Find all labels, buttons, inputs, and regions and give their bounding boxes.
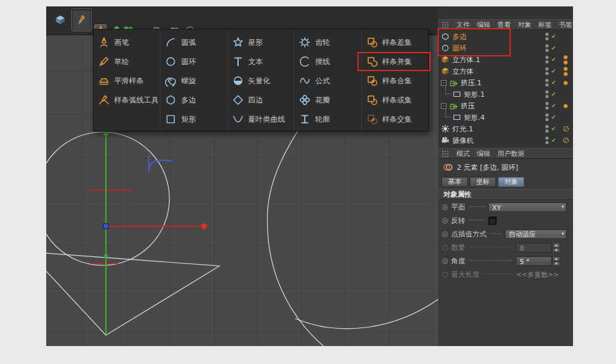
object-row-camera[interactable]: 摄像机: [438, 135, 573, 146]
object-name[interactable]: 圆环: [452, 44, 466, 53]
object-name[interactable]: 矩形.1: [464, 90, 485, 99]
object-row-light-1[interactable]: 灯光.1: [438, 123, 573, 135]
menu-item-formula[interactable]: 公式: [295, 71, 361, 90]
anim-dot[interactable]: [442, 231, 448, 237]
material-tags[interactable]: [563, 67, 568, 76]
menu-item-smooth-spline[interactable]: 平滑样条: [94, 71, 160, 90]
enabled-check-icon[interactable]: [551, 103, 558, 109]
visibility-toggles[interactable]: [545, 90, 549, 98]
visibility-toggles[interactable]: [545, 33, 549, 40]
visibility-toggles[interactable]: [545, 113, 549, 121]
panel-grid-icon[interactable]: [441, 150, 449, 158]
menu-item-circle[interactable]: 圆环: [160, 52, 227, 71]
enabled-check-icon[interactable]: [551, 68, 558, 74]
object-row-extrude[interactable]: 挤压: [438, 100, 573, 112]
object-name[interactable]: 矩形.4: [464, 113, 485, 122]
pen-tool-button[interactable]: [71, 8, 92, 31]
expand-toggle[interactable]: [441, 80, 447, 86]
anim-dot[interactable]: [442, 258, 448, 264]
menu-item-profile[interactable]: 轮廓: [295, 110, 361, 129]
menu-item-pen[interactable]: 画笔: [94, 33, 160, 52]
anim-dot[interactable]: [442, 204, 448, 210]
tab-basic[interactable]: 基本: [441, 177, 468, 187]
object-row-cube[interactable]: 立方体: [438, 65, 573, 77]
object-name[interactable]: 灯光.1: [452, 124, 474, 134]
object-name[interactable]: 摄像机: [452, 136, 474, 145]
menu-item-text[interactable]: 文本: [228, 52, 294, 71]
selected-point[interactable]: [103, 224, 108, 229]
object-row-cube-1[interactable]: 立方体.1: [438, 54, 573, 65]
menu-item-nside[interactable]: 多边: [160, 90, 227, 110]
object-row-ring[interactable]: 圆环: [438, 42, 573, 54]
om-menu-bookmarks[interactable]: 书签: [559, 21, 572, 29]
om-menu-view[interactable]: 查看: [497, 21, 511, 29]
enabled-check-icon[interactable]: [551, 91, 558, 97]
panel-grid-icon[interactable]: [441, 21, 449, 29]
menu-item-4side[interactable]: 四边: [228, 90, 294, 110]
visibility-toggles[interactable]: [545, 125, 549, 133]
attr-menu-mode[interactable]: 模式: [456, 149, 470, 158]
om-menu-object[interactable]: 对象: [518, 21, 531, 29]
visibility-toggles[interactable]: [545, 67, 549, 75]
angle-field[interactable]: 5 °: [516, 256, 552, 266]
menu-item-spline-arc-tool[interactable]: 样条弧线工具: [94, 90, 160, 110]
object-name[interactable]: 立方体: [452, 67, 474, 76]
menu-item-star[interactable]: 星形: [228, 33, 294, 52]
visibility-toggles[interactable]: [545, 102, 549, 110]
om-menu-tags[interactable]: 标签: [538, 21, 552, 29]
object-row-rect-4[interactable]: 矩形.4: [438, 112, 573, 123]
menu-item-spline-intersect[interactable]: 样条交集: [362, 110, 428, 129]
tab-coordinates[interactable]: 坐标: [470, 177, 496, 187]
enabled-check-icon[interactable]: [551, 33, 558, 40]
axis-x-handle[interactable]: [201, 224, 207, 229]
enabled-check-icon[interactable]: [551, 56, 558, 63]
enabled-check-icon[interactable]: [551, 137, 558, 144]
no-view-icon[interactable]: [561, 136, 570, 144]
menu-item-spline-or[interactable]: 样条或集: [362, 90, 428, 110]
object-properties-header[interactable]: 对象属性: [438, 189, 573, 200]
material-tags[interactable]: [563, 104, 568, 108]
material-tags[interactable]: [563, 81, 568, 85]
enabled-check-icon[interactable]: [551, 126, 558, 132]
material-tags[interactable]: [563, 55, 568, 65]
menu-item-cissoid[interactable]: 蔓叶类曲线: [228, 110, 294, 129]
object-row-nside[interactable]: 多边: [438, 31, 573, 42]
axis-y-handle[interactable]: [104, 131, 108, 135]
object-row-extrude-1[interactable]: 挤压.1: [438, 77, 573, 88]
tab-object[interactable]: 对象: [498, 177, 524, 187]
menu-item-arc[interactable]: 圆弧: [160, 33, 227, 52]
menu-item-rectangle[interactable]: 矩形: [160, 110, 227, 129]
menu-item-sketch[interactable]: 草绘: [94, 52, 160, 71]
om-menu-edit[interactable]: 编辑: [477, 21, 490, 29]
menu-item-spline-merge[interactable]: 样条合集: [362, 71, 428, 90]
enabled-check-icon[interactable]: [551, 114, 558, 120]
visibility-toggles[interactable]: [545, 79, 549, 87]
plane-dropdown[interactable]: XY: [488, 203, 567, 212]
angle-spinner[interactable]: [552, 256, 560, 266]
menu-item-cycloid[interactable]: 摆线: [295, 52, 361, 71]
cube-tool-button[interactable]: [50, 8, 71, 31]
interpolation-dropdown[interactable]: 自动适应: [505, 229, 567, 239]
attr-menu-edit[interactable]: 编辑: [477, 149, 490, 158]
object-name[interactable]: 多边: [452, 32, 466, 42]
expand-toggle[interactable]: [441, 103, 447, 109]
menu-item-vectorizer[interactable]: 矢量化: [228, 71, 294, 90]
enabled-check-icon[interactable]: [551, 79, 558, 86]
reverse-checkbox[interactable]: [488, 217, 497, 225]
menu-item-gear[interactable]: 齿轮: [295, 33, 361, 52]
menu-item-helix[interactable]: 螺旋: [160, 71, 227, 90]
menu-item-spline-difference[interactable]: 样条差集: [362, 33, 428, 52]
om-menu-file[interactable]: 文件: [456, 21, 470, 29]
visibility-toggles[interactable]: [545, 44, 549, 52]
attr-menu-userdata[interactable]: 用户数据: [497, 149, 524, 158]
object-row-rect-1[interactable]: 矩形.1: [438, 88, 573, 100]
menu-item-spline-union[interactable]: 样条并集: [362, 52, 428, 71]
object-name[interactable]: 挤压: [461, 101, 475, 111]
visibility-toggles[interactable]: [545, 136, 549, 144]
menu-item-flower[interactable]: 花瓣: [295, 90, 361, 110]
no-view-icon[interactable]: [561, 125, 570, 133]
visibility-toggles[interactable]: [545, 56, 549, 63]
object-name[interactable]: 立方体.1: [452, 55, 481, 65]
enabled-check-icon[interactable]: [551, 45, 558, 51]
anim-dot[interactable]: [442, 218, 448, 224]
